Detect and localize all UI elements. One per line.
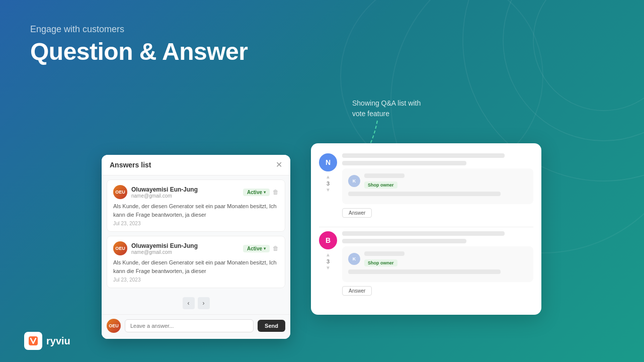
question-line-1: [342, 153, 505, 158]
answer-user-line: K Shop owner: [348, 251, 527, 266]
answers-list-panel: Answers list ✕ OEU Oluwayemisi Eun-Jung …: [102, 155, 290, 339]
prev-page-button[interactable]: ‹: [183, 297, 195, 309]
answer-date: Jul 23, 2023: [113, 277, 279, 283]
panel-title: Answers list: [110, 161, 151, 169]
user-name: Oluwayemisi Eun-Jung: [131, 242, 198, 249]
status-row: Active 🗑: [243, 245, 279, 252]
answer-name-line: [364, 251, 405, 256]
panel-header: Answers list ✕: [102, 155, 290, 175]
answer-section: K Shop owner: [342, 246, 533, 282]
close-button[interactable]: ✕: [276, 161, 282, 169]
vote-up-icon[interactable]: ▲: [326, 252, 331, 257]
hero-subtitle: Engage with customers: [30, 24, 248, 35]
shop-owner-badge: Shop owner: [364, 259, 397, 266]
qa-content: K Shop owner Answer: [342, 153, 533, 218]
vote-down-icon[interactable]: ▼: [326, 188, 331, 193]
question-line-2: [342, 161, 466, 165]
user-info: OEU Oluwayemisi Eun-Jung name@gmail.com: [113, 185, 198, 199]
answer-date: Jul 23, 2023: [113, 221, 279, 226]
svg-point-1: [503, 0, 644, 141]
question-line-1: [342, 231, 505, 236]
user-email: name@gmail.com: [131, 193, 198, 199]
answer-line-1: [348, 269, 501, 274]
answer-button[interactable]: Answer: [342, 208, 372, 218]
user-details: Oluwayemisi Eun-Jung name@gmail.com: [131, 242, 198, 255]
divider: [319, 227, 533, 227]
answer-text: Als Kunde, der diesen Generator seit ein…: [113, 202, 279, 219]
answer-avatar: K: [348, 253, 360, 265]
answer-user-line: K Shop owner: [348, 173, 527, 189]
delete-icon[interactable]: 🗑: [273, 189, 279, 196]
vote-box: ▲ 3 ▼: [326, 174, 331, 193]
qa-list-panel: N ▲ 3 ▼ K Shop owner: [311, 143, 541, 315]
ryviu-logo-svg: [28, 335, 39, 346]
answer-button[interactable]: Answer: [342, 286, 372, 296]
answer-user-details: Shop owner: [364, 173, 405, 189]
vote-box: ▲ 3 ▼: [326, 252, 331, 270]
next-page-button[interactable]: ›: [198, 297, 210, 309]
logo-icon: [24, 332, 42, 350]
user-email: name@gmail.com: [131, 249, 198, 255]
vote-up-icon[interactable]: ▲: [326, 174, 331, 179]
annotation-label: Showing Q&A list with vote feature: [352, 99, 421, 118]
logo-container: ryviu: [24, 332, 70, 350]
qa-content: K Shop owner Answer: [342, 231, 533, 296]
answer-user-details: Shop owner: [364, 251, 405, 266]
answers-body: OEU Oluwayemisi Eun-Jung name@gmail.com …: [102, 179, 290, 314]
status-badge[interactable]: Active: [243, 189, 270, 196]
compose-avatar: OEU: [107, 319, 121, 333]
logo-text: ryviu: [46, 335, 70, 347]
qa-left-section: B ▲ 3 ▼: [319, 231, 337, 270]
answer-line-1: [348, 192, 501, 196]
avatar: OEU: [113, 241, 127, 255]
answer-section: K Shop owner: [342, 168, 533, 204]
user-details: Oluwayemisi Eun-Jung name@gmail.com: [131, 186, 198, 199]
annotation-text: Showing Q&A list with vote feature: [352, 98, 421, 119]
vote-count: 3: [327, 180, 330, 187]
answer-item: OEU Oluwayemisi Eun-Jung name@gmail.com …: [107, 236, 285, 288]
answer-item: OEU Oluwayemisi Eun-Jung name@gmail.com …: [107, 179, 285, 232]
user-info: OEU Oluwayemisi Eun-Jung name@gmail.com: [113, 241, 198, 255]
avatar: OEU: [113, 185, 127, 199]
qa-item: N ▲ 3 ▼ K Shop owner: [319, 153, 533, 218]
pagination: ‹ ›: [102, 292, 290, 314]
hero-title: Question & Answer: [30, 38, 248, 65]
qa-item: B ▲ 3 ▼ K Shop owner: [319, 231, 533, 296]
answer-text: Als Kunde, der diesen Generator seit ein…: [113, 258, 279, 275]
vote-down-icon[interactable]: ▼: [326, 265, 331, 270]
shop-owner-badge: Shop owner: [364, 182, 397, 189]
question-avatar: B: [319, 231, 337, 249]
delete-icon[interactable]: 🗑: [273, 245, 279, 252]
status-row: Active 🗑: [243, 189, 279, 196]
svg-point-2: [533, 0, 644, 111]
answer-avatar: K: [348, 175, 360, 187]
answer-user-row: OEU Oluwayemisi Eun-Jung name@gmail.com …: [113, 241, 279, 255]
answer-name-line: [364, 173, 405, 178]
status-badge[interactable]: Active: [243, 245, 270, 252]
hero-section: Engage with customers Question & Answer: [30, 24, 248, 65]
user-name: Oluwayemisi Eun-Jung: [131, 186, 198, 193]
answer-user-row: OEU Oluwayemisi Eun-Jung name@gmail.com …: [113, 185, 279, 199]
compose-row: OEU Send: [102, 314, 290, 339]
send-button[interactable]: Send: [258, 320, 285, 332]
vote-count: 3: [327, 258, 330, 264]
qa-left-section: N ▲ 3 ▼: [319, 153, 337, 193]
question-line-2: [342, 239, 466, 243]
question-avatar: N: [319, 153, 337, 171]
compose-input[interactable]: [125, 319, 254, 332]
svg-rect-5: [29, 336, 38, 345]
